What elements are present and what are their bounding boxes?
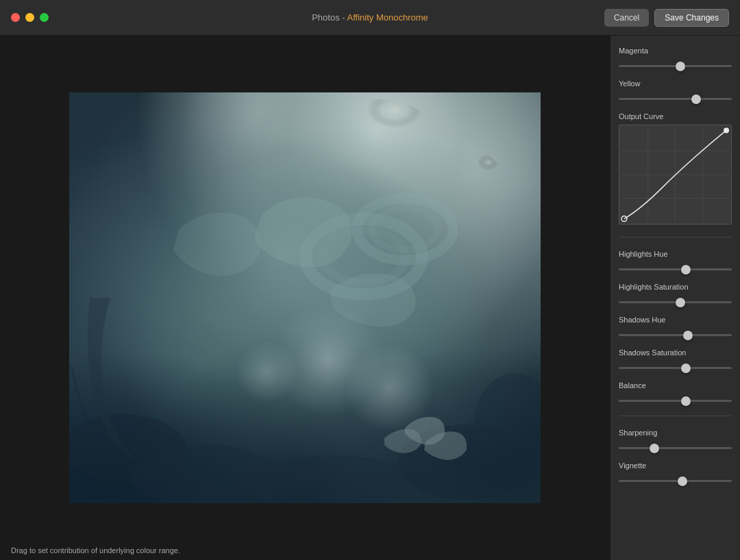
curve-svg[interactable] <box>621 127 730 222</box>
shadows-hue-slider[interactable] <box>619 334 732 336</box>
app-name: Photos <box>312 12 339 23</box>
highlights-saturation-slider[interactable] <box>619 301 732 303</box>
balance-slider-group: Balance <box>619 376 732 405</box>
shadows-saturation-slider[interactable] <box>619 367 732 369</box>
photo-svg-overlay <box>69 92 541 503</box>
titlebar-action-buttons: Cancel Save Changes <box>604 9 729 27</box>
sharpening-slider[interactable] <box>619 447 732 449</box>
right-panel: Magenta Yellow Output Curve <box>610 36 740 560</box>
minimize-button[interactable] <box>25 13 34 22</box>
photo-area: Drag to set contribution of underlying c… <box>0 36 610 560</box>
photo-container <box>11 47 599 549</box>
highlights-hue-slider-group: Highlights Hue <box>619 244 732 273</box>
svg-point-18 <box>724 127 729 133</box>
plugin-name: Affinity Monochrome <box>347 12 428 23</box>
magenta-slider-group: Magenta <box>619 41 732 70</box>
highlights-hue-label: Highlights Hue <box>619 250 732 258</box>
shadows-saturation-label: Shadows Saturation <box>619 348 732 357</box>
vignette-slider-group: Vignette <box>619 456 732 485</box>
maximize-button[interactable] <box>40 13 49 22</box>
output-curve-section: Output Curve <box>619 112 732 225</box>
balance-label: Balance <box>619 381 732 390</box>
highlights-hue-slider[interactable] <box>619 268 732 270</box>
main-content: Drag to set contribution of underlying c… <box>0 36 740 560</box>
highlights-saturation-label: Highlights Saturation <box>619 283 732 291</box>
divider-2 <box>619 416 732 416</box>
window-title: Photos - Affinity Monochrome <box>312 12 428 23</box>
photo-display[interactable] <box>69 92 541 503</box>
yellow-label: Yellow <box>619 79 732 88</box>
close-button[interactable] <box>11 13 20 22</box>
cancel-button[interactable]: Cancel <box>604 9 649 27</box>
shadows-hue-slider-group: Shadows Hue <box>619 310 732 339</box>
output-curve-label: Output Curve <box>619 112 732 120</box>
yellow-slider[interactable] <box>619 98 732 100</box>
svg-point-10 <box>415 147 504 216</box>
vignette-slider[interactable] <box>619 480 732 482</box>
traffic-lights <box>11 13 49 22</box>
divider-1 <box>619 237 732 238</box>
titlebar: Photos - Affinity Monochrome Cancel Save… <box>0 0 740 36</box>
sharpening-slider-group: Sharpening <box>619 423 732 452</box>
yellow-slider-group: Yellow <box>619 74 732 103</box>
shadows-hue-label: Shadows Hue <box>619 316 732 324</box>
magenta-slider[interactable] <box>619 65 732 67</box>
highlights-saturation-slider-group: Highlights Saturation <box>619 277 732 306</box>
photo-hint-text: Drag to set contribution of underlying c… <box>11 546 180 555</box>
balance-slider[interactable] <box>619 400 732 402</box>
sharpening-label: Sharpening <box>619 429 732 437</box>
shadows-saturation-slider-group: Shadows Saturation <box>619 343 732 372</box>
save-changes-button[interactable]: Save Changes <box>654 9 729 27</box>
vignette-label: Vignette <box>619 461 732 470</box>
curve-canvas-wrapper[interactable] <box>619 125 732 225</box>
magenta-label: Magenta <box>619 47 732 55</box>
